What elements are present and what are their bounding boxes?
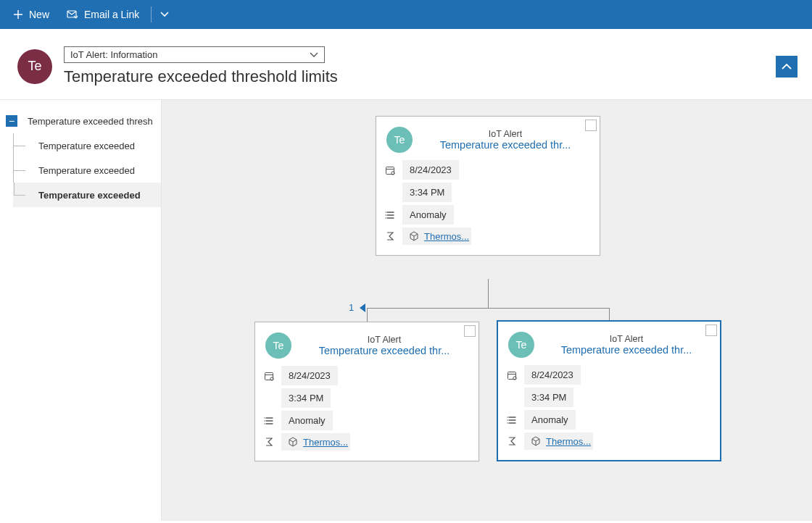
card-row-device: Thermos... bbox=[262, 432, 471, 452]
tree-child[interactable]: Temperature exceeded bbox=[13, 133, 161, 158]
card-entity-type: IoT Alert bbox=[421, 129, 589, 139]
hierarchy-card-child-selected[interactable]: Te IoT Alert Temperature exceeded thr...… bbox=[497, 320, 721, 461]
command-separator bbox=[151, 7, 152, 22]
card-category: Anomaly bbox=[402, 205, 454, 225]
hierarchy-tree-pane: − Temperature exceeded thresh Temperatur… bbox=[0, 100, 162, 521]
card-avatar-initials: Te bbox=[394, 134, 405, 146]
tree-child[interactable]: Temperature exceeded bbox=[13, 158, 161, 183]
card-device-pill: Thermos... bbox=[281, 433, 350, 451]
email-link-label: Email a Link bbox=[84, 9, 139, 20]
list-icon bbox=[384, 211, 397, 219]
record-header-main: IoT Alert: Information Temperature excee… bbox=[64, 46, 764, 86]
list-icon bbox=[505, 416, 518, 424]
svg-rect-3 bbox=[265, 372, 273, 380]
card-title[interactable]: Temperature exceeded thr... bbox=[300, 345, 468, 356]
tree-child[interactable]: Temperature exceeded bbox=[13, 183, 161, 207]
card-row-time: 3:34 PM bbox=[384, 181, 592, 204]
sigma-icon bbox=[505, 437, 518, 445]
tree-child-label: Temperature exceeded bbox=[34, 141, 135, 151]
chevron-down-icon bbox=[310, 52, 318, 58]
hierarchy-card-child[interactable]: Te IoT Alert Temperature exceeded thr...… bbox=[254, 322, 479, 461]
cube-icon bbox=[287, 436, 299, 448]
tree-root-label: Temperature exceeded thresh bbox=[23, 116, 153, 127]
card-header: Te IoT Alert Temperature exceeded thr... bbox=[376, 117, 600, 159]
card-time: 3:34 PM bbox=[524, 388, 573, 407]
record-title: Temperature exceeded threshold limits bbox=[64, 67, 764, 86]
card-row-date: 8/24/2023 bbox=[384, 159, 592, 181]
connector bbox=[367, 308, 609, 309]
calendar-icon bbox=[384, 165, 397, 175]
sibling-pager: 1 bbox=[349, 302, 365, 313]
select-checkbox[interactable] bbox=[705, 325, 717, 336]
calendar-icon bbox=[505, 370, 518, 380]
card-date: 8/24/2023 bbox=[281, 366, 338, 385]
card-avatar-initials: Te bbox=[273, 340, 284, 351]
collapse-icon[interactable]: − bbox=[6, 115, 17, 127]
email-link-icon bbox=[67, 10, 78, 19]
card-category: Anomaly bbox=[524, 410, 576, 430]
select-checkbox[interactable] bbox=[464, 325, 476, 337]
command-bar: New Email a Link bbox=[0, 0, 812, 29]
card-device-link[interactable]: Thermos... bbox=[303, 437, 348, 448]
card-device-link[interactable]: Thermos... bbox=[546, 436, 591, 447]
card-row-category: Anomaly bbox=[262, 409, 471, 432]
card-avatar: Te bbox=[265, 332, 291, 359]
tree-child-label: Temperature exceeded bbox=[34, 190, 141, 201]
connector bbox=[488, 279, 489, 308]
form-selector-label: IoT Alert: Information bbox=[70, 49, 157, 60]
svg-rect-5 bbox=[508, 372, 516, 379]
page-left-icon[interactable] bbox=[360, 304, 365, 312]
sibling-count: 1 bbox=[349, 302, 354, 313]
card-row-time: 3:34 PM bbox=[262, 387, 471, 409]
chevron-up-icon bbox=[782, 63, 792, 70]
select-checkbox[interactable] bbox=[585, 120, 597, 131]
new-button-label: New bbox=[29, 9, 49, 20]
card-row-device: Thermos... bbox=[505, 431, 713, 451]
card-date: 8/24/2023 bbox=[524, 365, 581, 385]
collapse-panel-button[interactable] bbox=[776, 56, 798, 78]
card-time: 3:34 PM bbox=[281, 388, 331, 408]
card-row-date: 8/24/2023 bbox=[505, 364, 713, 386]
tree-child-label: Temperature exceeded bbox=[34, 165, 135, 176]
plus-icon bbox=[13, 9, 23, 20]
card-title[interactable]: Temperature exceeded thr... bbox=[421, 139, 589, 151]
card-title[interactable]: Temperature exceeded thr... bbox=[543, 344, 710, 356]
card-entity-type: IoT Alert bbox=[543, 334, 710, 344]
card-entity-type: IoT Alert bbox=[300, 335, 468, 345]
record-header: Te IoT Alert: Information Temperature ex… bbox=[0, 29, 812, 99]
sigma-icon bbox=[384, 232, 397, 240]
form-selector[interactable]: IoT Alert: Information bbox=[64, 46, 325, 63]
record-avatar: Te bbox=[17, 49, 52, 84]
card-category: Anomaly bbox=[281, 411, 333, 430]
record-avatar-initials: Te bbox=[28, 59, 41, 74]
card-row-date: 8/24/2023 bbox=[262, 364, 471, 387]
card-row-time: 3:34 PM bbox=[505, 386, 713, 409]
body: − Temperature exceeded thresh Temperatur… bbox=[0, 99, 812, 521]
card-device-link[interactable]: Thermos... bbox=[424, 231, 469, 242]
sigma-icon bbox=[262, 438, 276, 446]
svg-rect-1 bbox=[386, 167, 394, 174]
email-link-button[interactable]: Email a Link bbox=[59, 0, 146, 29]
card-date: 8/24/2023 bbox=[402, 160, 459, 180]
card-avatar: Te bbox=[508, 332, 534, 358]
cube-icon bbox=[530, 435, 542, 447]
more-commands-button[interactable] bbox=[156, 0, 173, 29]
card-avatar-initials: Te bbox=[516, 339, 527, 351]
card-device-pill: Thermos... bbox=[524, 432, 593, 450]
card-time: 3:34 PM bbox=[402, 183, 452, 202]
calendar-icon bbox=[262, 371, 276, 381]
connector bbox=[367, 308, 368, 322]
cube-icon bbox=[408, 230, 420, 242]
card-row-category: Anomaly bbox=[505, 409, 713, 431]
list-icon bbox=[262, 417, 276, 425]
card-header: Te IoT Alert Temperature exceeded thr... bbox=[498, 322, 720, 364]
card-avatar: Te bbox=[386, 127, 413, 153]
chevron-down-icon bbox=[160, 12, 169, 17]
tree-root[interactable]: − Temperature exceeded thresh bbox=[0, 109, 161, 133]
card-header: Te IoT Alert Temperature exceeded thr... bbox=[255, 322, 478, 364]
hierarchy-card-parent[interactable]: Te IoT Alert Temperature exceeded thr...… bbox=[376, 116, 600, 256]
new-button[interactable]: New bbox=[6, 0, 57, 29]
card-row-device: Thermos... bbox=[384, 226, 592, 246]
card-row-category: Anomaly bbox=[384, 204, 592, 226]
hierarchy-canvas[interactable]: 1 Te IoT Alert Temperature exceeded thr.… bbox=[162, 100, 812, 521]
